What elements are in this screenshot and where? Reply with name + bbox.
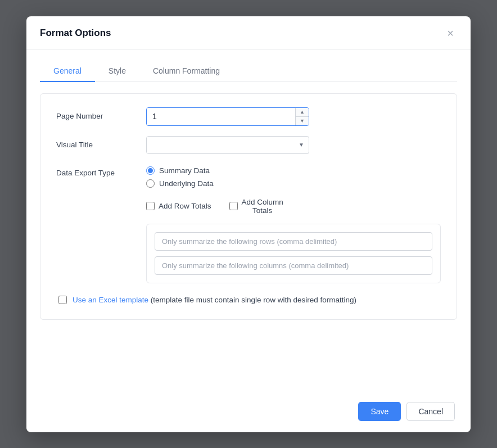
summarize-rows-input[interactable] (155, 232, 432, 251)
data-export-type-row: Data Export Type Summary Data Underlying… (56, 164, 441, 188)
data-export-type-control: Summary Data Underlying Data (146, 164, 441, 188)
add-row-totals-option[interactable]: Add Row Totals (146, 202, 211, 210)
excel-template-description: (template file must contain single row w… (148, 296, 356, 304)
page-number-row: Page Number ▲ ▼ (56, 107, 441, 126)
add-row-totals-label: Add Row Totals (159, 202, 211, 210)
visual-title-control: ▼ (146, 136, 441, 154)
add-column-totals-option[interactable]: Add ColumnTotals (229, 198, 283, 215)
summary-data-label: Summary Data (159, 166, 210, 175)
spinner-up-button[interactable]: ▲ (296, 108, 309, 117)
page-number-label: Page Number (56, 107, 146, 120)
format-options-modal: Format Options × General Style Column Fo… (26, 16, 471, 432)
spinner-down-button[interactable]: ▼ (296, 117, 309, 125)
visual-title-select-wrapper: ▼ (146, 136, 309, 154)
summarize-cols-input[interactable] (155, 256, 432, 275)
visual-title-row: Visual Title ▼ (56, 136, 441, 154)
modal-header: Format Options × (26, 16, 471, 49)
visual-title-select[interactable] (147, 137, 294, 153)
page-number-spinner: ▲ ▼ (146, 107, 309, 126)
tabs-bar: General Style Column Formatting (40, 61, 457, 82)
select-arrow-icon: ▼ (294, 142, 309, 148)
modal-footer: Save Cancel (26, 393, 471, 432)
close-button[interactable]: × (444, 26, 457, 40)
excel-template-link[interactable]: Use an Excel template (73, 296, 148, 304)
excel-template-row: Use an Excel template (template file mus… (56, 295, 441, 306)
tab-style[interactable]: Style (95, 61, 139, 82)
excel-template-label: Use an Excel template (template file mus… (73, 295, 356, 306)
underlying-data-radio[interactable] (146, 179, 155, 188)
data-export-type-label: Data Export Type (56, 164, 146, 177)
underlying-data-label: Underlying Data (159, 179, 214, 188)
add-column-totals-checkbox[interactable] (229, 202, 238, 210)
add-column-totals-label: Add ColumnTotals (242, 198, 283, 215)
export-type-radio-group: Summary Data Underlying Data (146, 164, 441, 188)
tab-column-formatting[interactable]: Column Formatting (139, 61, 233, 82)
spinner-buttons: ▲ ▼ (295, 108, 309, 125)
general-panel: Page Number ▲ ▼ Visual Title (40, 93, 457, 320)
tab-general[interactable]: General (40, 61, 95, 82)
modal-body: General Style Column Formatting Page Num… (26, 49, 471, 393)
modal-title: Format Options (40, 28, 111, 39)
save-button[interactable]: Save (358, 402, 401, 421)
excel-template-checkbox[interactable] (58, 296, 67, 304)
underlying-data-option[interactable]: Underlying Data (146, 179, 441, 188)
cancel-button[interactable]: Cancel (406, 402, 455, 421)
page-number-input[interactable] (147, 108, 295, 125)
summary-data-option[interactable]: Summary Data (146, 166, 441, 175)
summarize-box (146, 224, 441, 283)
totals-row: Add Row Totals Add ColumnTotals (146, 198, 441, 215)
page-number-control: ▲ ▼ (146, 107, 441, 126)
summary-data-radio[interactable] (146, 166, 155, 175)
visual-title-label: Visual Title (56, 136, 146, 149)
add-row-totals-checkbox[interactable] (146, 202, 155, 210)
